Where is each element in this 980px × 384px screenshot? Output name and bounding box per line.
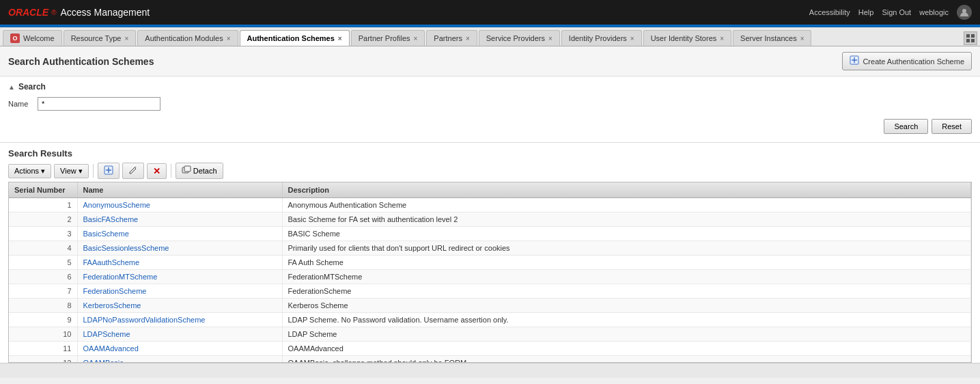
cell-serial: 5 <box>9 256 77 270</box>
tab-auth-modules-label: Authentication Modules <box>145 34 223 42</box>
search-button[interactable]: Search <box>884 119 928 134</box>
cell-name[interactable]: OAAMBasic <box>77 356 282 363</box>
cell-name[interactable]: BasicSessionlessScheme <box>77 241 282 256</box>
tab-identity-providers[interactable]: Identity Providers × <box>561 30 642 46</box>
tab-resource-type-close[interactable]: × <box>124 35 128 42</box>
cell-name[interactable]: LDAPScheme <box>77 327 282 342</box>
table-row[interactable]: 4BasicSessionlessSchemePrimarily used fo… <box>9 241 971 256</box>
name-input[interactable] <box>38 97 160 111</box>
cell-name[interactable]: FederationMTScheme <box>77 270 282 284</box>
cell-name[interactable]: FederationScheme <box>77 284 282 299</box>
delete-row-button[interactable]: ✕ <box>147 163 167 179</box>
actions-button[interactable]: Actions ▾ <box>8 164 51 178</box>
cell-serial: 9 <box>9 313 77 327</box>
cell-name[interactable]: LDAPNoPasswordValidationScheme <box>77 313 282 327</box>
name-label: Name <box>8 100 32 108</box>
tab-user-identity-stores-close[interactable]: × <box>720 35 724 42</box>
actions-label: Actions <box>14 167 39 175</box>
reset-button[interactable]: Reset <box>932 119 972 134</box>
table-row[interactable]: 5FAAauthSchemeFA Auth Scheme <box>9 256 971 270</box>
tab-welcome[interactable]: O Welcome <box>3 30 62 46</box>
oracle-logo: ORACLE ® <box>8 7 57 18</box>
cell-description: LDAP Scheme. No Password validation. Use… <box>282 313 971 327</box>
tab-menu-icon[interactable] <box>964 31 977 45</box>
edit-icon <box>128 165 138 176</box>
cell-serial: 6 <box>9 270 77 284</box>
cell-serial: 4 <box>9 241 77 256</box>
table-row[interactable]: 6FederationMTSchemeFederationMTScheme <box>9 270 971 284</box>
cell-name[interactable]: FAAauthScheme <box>77 256 282 270</box>
page-title: Search Authentication Schemes <box>8 56 154 67</box>
col-description: Description <box>282 182 971 198</box>
tab-auth-schemes[interactable]: Authentication Schemes × <box>240 30 350 46</box>
table-row[interactable]: 1AnonymousSchemeAnonymous Authentication… <box>9 198 971 212</box>
collapse-icon[interactable]: ▲ <box>8 83 15 91</box>
tab-identity-providers-close[interactable]: × <box>630 35 634 42</box>
table-row[interactable]: 3BasicSchemeBASIC Scheme <box>9 227 971 241</box>
oracle-wordmark: ORACLE <box>8 7 48 18</box>
search-section-header: ▲ Search <box>8 82 972 92</box>
tab-partner-profiles-label: Partner Profiles <box>359 34 410 42</box>
tab-service-providers[interactable]: Service Providers × <box>479 30 560 46</box>
table-body: 1AnonymousSchemeAnonymous Authentication… <box>9 198 971 362</box>
tab-auth-modules[interactable]: Authentication Modules × <box>137 30 238 46</box>
detach-button[interactable]: Detach <box>176 163 223 179</box>
tab-server-instances[interactable]: Server Instances × <box>733 30 811 46</box>
edit-row-button[interactable] <box>122 163 144 179</box>
cell-name[interactable]: AnonymousScheme <box>77 198 282 212</box>
create-row-button[interactable] <box>98 163 120 179</box>
cell-name[interactable]: BasicFAScheme <box>77 212 282 227</box>
tab-auth-schemes-close[interactable]: × <box>338 35 342 42</box>
create-row-icon <box>104 165 113 176</box>
table-row[interactable]: 11OAAMAdvancedOAAMAdvanced <box>9 342 971 356</box>
svg-rect-3 <box>966 39 970 42</box>
cell-description: FA Auth Scheme <box>282 256 971 270</box>
accessibility-link[interactable]: Accessibility <box>809 8 850 16</box>
tab-partner-profiles-close[interactable]: × <box>414 35 418 42</box>
cell-description: LDAP Scheme <box>282 327 971 342</box>
page-header: Search Authentication Schemes Create Aut… <box>0 46 980 77</box>
help-link[interactable]: Help <box>858 8 874 16</box>
table-row[interactable]: 9LDAPNoPasswordValidationSchemeLDAP Sche… <box>9 313 971 327</box>
tab-partners-close[interactable]: × <box>466 35 470 42</box>
tab-service-providers-close[interactable]: × <box>548 35 552 42</box>
cell-description: Primarily used for clients that don't su… <box>282 241 971 256</box>
tabs-end <box>964 30 977 46</box>
cell-description: OAAMBasic, challenge method should only … <box>282 356 971 363</box>
view-dropdown-icon: ▾ <box>79 167 83 176</box>
table-scroll[interactable]: 1AnonymousSchemeAnonymous Authentication… <box>9 198 971 362</box>
search-name-row: Name <box>8 97 972 111</box>
results-title: Search Results <box>8 148 972 159</box>
signout-link[interactable]: Sign Out <box>882 8 911 16</box>
cell-name[interactable]: OAAMAdvanced <box>77 342 282 356</box>
create-button-label: Create Authentication Scheme <box>863 57 964 66</box>
cell-serial: 8 <box>9 299 77 313</box>
cell-name[interactable]: BasicScheme <box>77 227 282 241</box>
search-section-label: Search <box>18 82 46 92</box>
status-bar <box>0 363 980 378</box>
table-row[interactable]: 7FederationSchemeFederationScheme <box>9 284 971 299</box>
table-row[interactable]: 12OAAMBasicOAAMBasic, challenge method s… <box>9 356 971 363</box>
cell-serial: 10 <box>9 327 77 342</box>
delete-icon: ✕ <box>153 166 160 176</box>
tab-auth-modules-close[interactable]: × <box>227 35 231 42</box>
tab-user-identity-stores[interactable]: User Identity Stores × <box>643 30 731 46</box>
tab-resource-type-label: Resource Type <box>71 34 122 42</box>
app-title: Access Management <box>61 7 150 18</box>
tab-partner-profiles[interactable]: Partner Profiles × <box>351 30 425 46</box>
table-row[interactable]: 8KerberosSchemeKerberos Scheme <box>9 299 971 313</box>
svg-rect-1 <box>966 34 970 38</box>
table-row[interactable]: 10LDAPSchemeLDAP Scheme <box>9 327 971 342</box>
view-button[interactable]: View ▾ <box>54 164 89 178</box>
cell-description: FederationScheme <box>282 284 971 299</box>
tab-server-instances-label: Server Instances <box>740 34 797 42</box>
create-auth-scheme-button[interactable]: Create Authentication Scheme <box>842 52 972 70</box>
table-header-row: Serial Number Name Description <box>9 182 971 198</box>
tab-partners[interactable]: Partners × <box>426 30 477 46</box>
tab-server-instances-close[interactable]: × <box>800 35 804 42</box>
registered-mark: ® <box>51 9 56 16</box>
search-buttons: Search Reset <box>8 116 972 137</box>
cell-name[interactable]: KerberosScheme <box>77 299 282 313</box>
tab-resource-type[interactable]: Resource Type × <box>64 30 137 46</box>
table-row[interactable]: 2BasicFASchemeBasic Scheme for FA set wi… <box>9 212 971 227</box>
